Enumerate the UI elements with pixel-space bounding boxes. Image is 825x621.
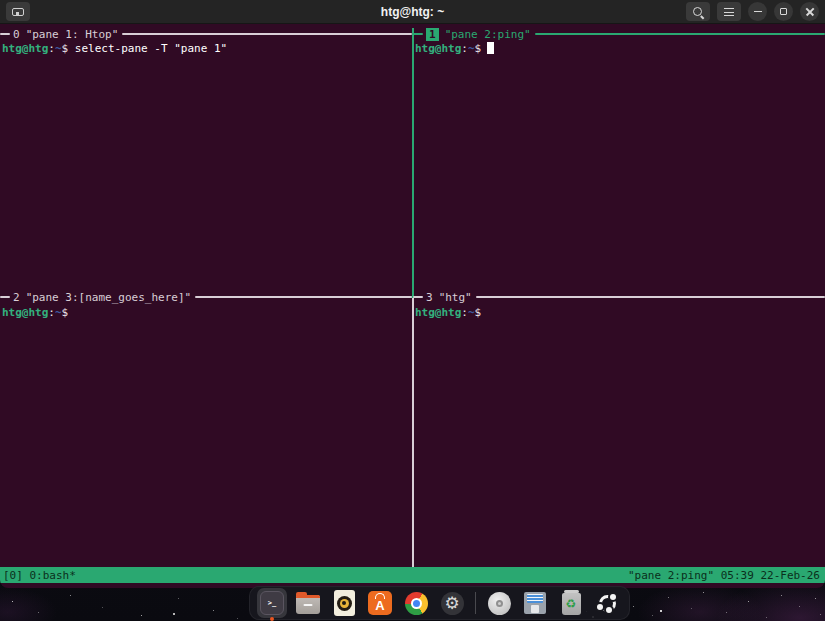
tmux-status-left: [0] 0:bash* bbox=[3, 569, 76, 582]
pane-1-title: "pane 2:ping" bbox=[445, 28, 531, 41]
dock-item-trash[interactable]: ♻ bbox=[556, 588, 586, 618]
chrome-icon bbox=[405, 592, 428, 615]
trash-icon: ♻ bbox=[562, 593, 581, 615]
dock-item-chrome[interactable] bbox=[401, 588, 431, 618]
pane-2-border: 2 "pane 3:[name_goes_here]" bbox=[0, 290, 412, 304]
search-button[interactable] bbox=[686, 2, 710, 21]
pane-0-title: "pane 1: Htop" bbox=[26, 28, 119, 41]
dock-item-cd-disc[interactable] bbox=[484, 588, 514, 618]
pane-3-title: "htg" bbox=[439, 291, 472, 304]
pane-2-prompt: htg@htg:~$ bbox=[2, 305, 68, 320]
rhythmbox-icon bbox=[334, 590, 355, 616]
pane-3-prompt: htg@htg:~$ bbox=[415, 305, 481, 320]
search-icon bbox=[692, 6, 704, 18]
pane-2-number: 2 bbox=[13, 291, 20, 304]
pane-1-number-active: 1 bbox=[426, 28, 439, 41]
maximize-icon bbox=[780, 8, 787, 15]
new-tab-icon bbox=[12, 8, 24, 16]
settings-gear-icon: ⚙ bbox=[441, 592, 464, 615]
dock-item-app-center[interactable]: A bbox=[365, 588, 395, 618]
dock-item-rhythmbox[interactable] bbox=[329, 588, 359, 618]
dock-item-ubuntu[interactable] bbox=[592, 588, 622, 618]
tmux-status-bar: [0] 0:bash* "pane 2:ping" 05:39 22-Feb-2… bbox=[0, 567, 825, 583]
running-indicator bbox=[270, 617, 274, 621]
dock-item-terminal[interactable]: >_ bbox=[257, 588, 287, 618]
pane-divider-vertical-active bbox=[412, 28, 414, 297]
pane-3-border: 3 "htg" bbox=[413, 290, 825, 304]
pane-0-border: 0 "pane 1: Htop" bbox=[0, 27, 412, 41]
pane-1-border: 1 "pane 2:ping" bbox=[413, 27, 825, 41]
desktop: htg@htg: ~ bbox=[0, 0, 825, 621]
pane-2-title: "pane 3:[name_goes_here]" bbox=[26, 291, 192, 304]
dock: >_ A ⚙ ♻ bbox=[249, 586, 630, 620]
tmux-pane-0[interactable] bbox=[0, 24, 412, 297]
pane-0-command: select-pane -T "pane 1" bbox=[68, 42, 227, 55]
hamburger-menu-icon bbox=[724, 8, 734, 16]
app-center-icon: A bbox=[368, 591, 392, 615]
minimize-button[interactable] bbox=[748, 2, 767, 21]
dock-item-settings[interactable]: ⚙ bbox=[437, 588, 467, 618]
pane-border-row-bottom: 2 "pane 3:[name_goes_here]" 3 "htg" bbox=[0, 290, 825, 304]
pane-0-prompt: htg@htg:~$ select-pane -T "pane 1" bbox=[2, 41, 227, 56]
tmux-session: 0 "pane 1: Htop" 1 "pane 2:ping" htg@htg… bbox=[0, 24, 825, 588]
pane-divider-vertical bbox=[412, 297, 414, 567]
tmux-pane-1[interactable] bbox=[413, 24, 825, 297]
pane-1-prompt: htg@htg:~$ bbox=[415, 41, 494, 56]
terminal-window: htg@htg: ~ bbox=[0, 0, 825, 588]
pane-0-number: 0 bbox=[13, 28, 20, 41]
dock-item-floppy-disk[interactable] bbox=[520, 588, 550, 618]
dock-item-files[interactable] bbox=[293, 588, 323, 618]
terminal-headerbar: htg@htg: ~ bbox=[0, 0, 825, 24]
cd-disc-icon bbox=[488, 592, 511, 615]
files-icon bbox=[296, 595, 320, 614]
tmux-pane-3[interactable] bbox=[413, 297, 825, 567]
tmux-pane-2[interactable] bbox=[0, 297, 412, 567]
close-button[interactable] bbox=[800, 2, 819, 21]
maximize-button[interactable] bbox=[774, 2, 793, 21]
dock-separator bbox=[475, 592, 476, 614]
minimize-icon bbox=[754, 11, 762, 13]
new-tab-button[interactable] bbox=[6, 2, 30, 21]
menu-button[interactable] bbox=[717, 2, 741, 21]
tmux-status-right: "pane 2:ping" 05:39 22-Feb-26 bbox=[628, 569, 820, 582]
ubuntu-logo-icon bbox=[599, 595, 616, 612]
pane-3-number: 3 bbox=[426, 291, 433, 304]
floppy-disk-icon bbox=[524, 592, 546, 614]
close-icon bbox=[805, 7, 815, 17]
terminal-icon: >_ bbox=[260, 591, 284, 615]
terminal-cursor bbox=[487, 42, 494, 54]
